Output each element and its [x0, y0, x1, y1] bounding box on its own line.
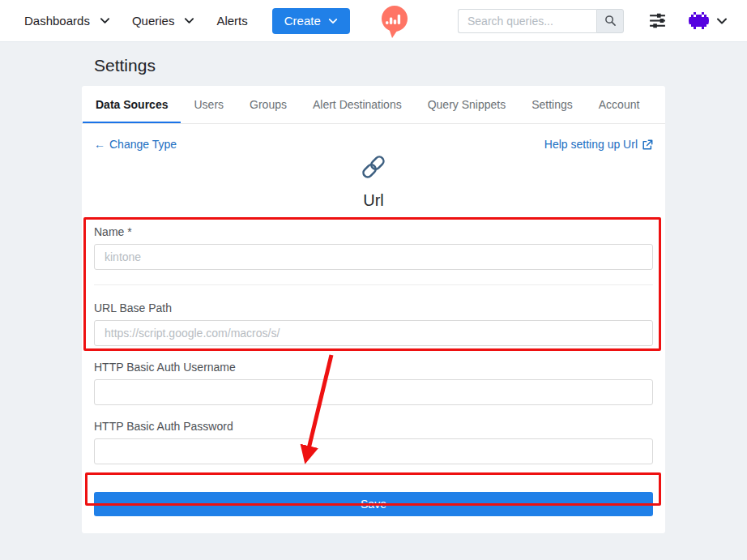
field-http-password: HTTP Basic Auth Password [94, 420, 653, 464]
field-url-base-path-input[interactable] [94, 320, 653, 346]
settings-card: Data Sources Users Groups Alert Destinat… [82, 86, 665, 533]
nav-queries[interactable]: Queries [132, 14, 195, 28]
field-http-username-input[interactable] [94, 379, 653, 405]
chevron-down-icon [100, 15, 110, 26]
user-menu-chevron-icon[interactable] [716, 15, 728, 27]
user-avatar[interactable] [689, 11, 709, 31]
nav-queries-label: Queries [132, 14, 175, 28]
field-url-base-path: URL Base Path [94, 301, 653, 346]
datasource-form-panel: ← Change Type Help setting up Url [82, 124, 665, 533]
back-arrow-icon: ← [94, 136, 105, 153]
chevron-down-icon [328, 16, 338, 26]
create-button[interactable]: Create [272, 8, 350, 34]
nav-alerts[interactable]: Alerts [216, 14, 247, 28]
field-name-input[interactable] [94, 244, 653, 270]
navbar-right-group [458, 9, 728, 33]
settings-page: Settings Data Sources Users Groups Alert… [82, 55, 665, 533]
save-button[interactable]: Save [94, 492, 653, 516]
help-link-label: Help setting up Url [544, 136, 638, 153]
change-type-link[interactable]: ← Change Type [94, 136, 177, 153]
link-chain-icon [360, 153, 387, 181]
nav-dashboards-label: Dashboards [24, 14, 90, 28]
tab-users[interactable]: Users [181, 86, 237, 123]
datasource-type-icon-wrap [94, 153, 653, 179]
nav-alerts-label: Alerts [216, 14, 247, 28]
field-http-username: HTTP Basic Auth Username [94, 361, 653, 405]
page-title: Settings [82, 55, 665, 76]
search-group [458, 9, 624, 33]
tab-query-snippets[interactable]: Query Snippets [415, 86, 519, 123]
field-http-password-label: HTTP Basic Auth Password [94, 420, 653, 433]
redash-logo-icon[interactable] [379, 4, 410, 38]
settings-sliders-icon[interactable] [648, 11, 667, 30]
datasource-type-title: Url [94, 189, 653, 212]
field-http-password-input[interactable] [94, 438, 653, 464]
nav-dashboards[interactable]: Dashboards [24, 14, 110, 28]
field-http-username-label: HTTP Basic Auth Username [94, 361, 653, 374]
help-link[interactable]: Help setting up Url [544, 136, 653, 153]
tab-account[interactable]: Account [586, 86, 653, 123]
field-name: Name * [94, 225, 653, 270]
change-type-label: Change Type [109, 136, 177, 153]
page-root: { "navbar": { "dashboards_label": "Dashb… [0, 0, 747, 560]
tab-alert-destinations[interactable]: Alert Destinations [300, 86, 415, 123]
form-divider [94, 284, 653, 285]
tab-groups[interactable]: Groups [237, 86, 300, 123]
create-button-label: Create [284, 14, 321, 28]
top-navbar: Dashboards Queries Alerts Create [0, 0, 747, 42]
external-link-icon [642, 139, 653, 151]
search-input[interactable] [458, 9, 596, 33]
settings-tabs: Data Sources Users Groups Alert Destinat… [82, 86, 665, 124]
search-icon [604, 15, 617, 27]
tab-settings[interactable]: Settings [519, 86, 586, 123]
field-url-base-path-label: URL Base Path [94, 301, 653, 314]
chevron-down-icon [184, 15, 194, 26]
datasource-form: Name * URL Base Path HTTP Basic Auth Use… [94, 225, 653, 516]
tab-data-sources[interactable]: Data Sources [83, 86, 181, 123]
links-row: ← Change Type Help setting up Url [94, 136, 653, 153]
field-name-label: Name * [94, 225, 653, 238]
search-button[interactable] [596, 9, 624, 33]
